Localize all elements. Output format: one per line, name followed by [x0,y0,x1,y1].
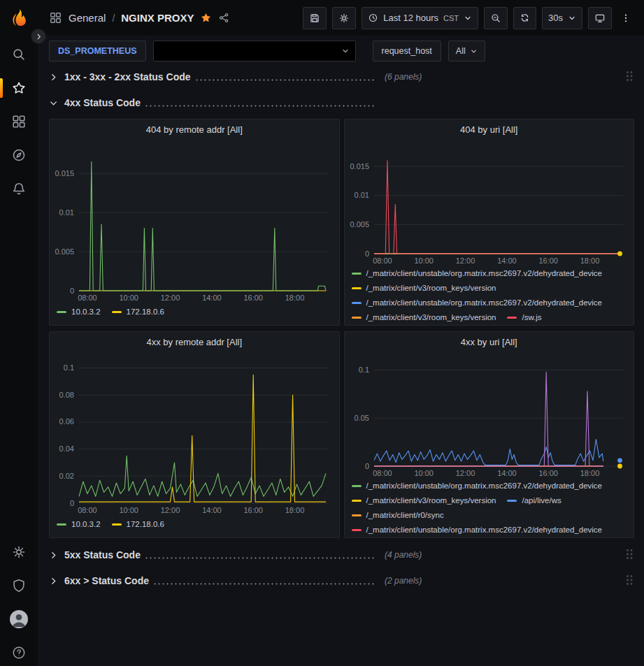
svg-text:14:00: 14:00 [202,294,222,302]
dashboard-content: DS_PROMETHEUS request_host All 1xx - [38,36,644,666]
panel-title[interactable]: 4xx by remote addr [All] [50,332,339,352]
timezone-label: CST [443,14,459,22]
legend-item[interactable]: /_matrix/client/unstable/org.matrix.msc2… [352,266,603,281]
chevron-right-icon [49,551,64,560]
legend-item[interactable]: /_matrix/client/r0/sync [352,508,444,523]
clock-icon [368,13,378,23]
breadcrumb-separator: / [112,13,115,24]
dotted-leader [145,557,376,559]
row-6xx-status-code[interactable]: 6xx > Status Code (2 panels) [49,571,634,591]
shield-icon [11,578,27,593]
panel-legend: /_matrix/client/unstable/org.matrix.msc2… [345,479,634,537]
row-panel-count: (6 panels) [385,72,422,82]
time-range-picker[interactable]: Last 12 hours CST [362,7,478,29]
sidebar-item-dashboards[interactable] [0,105,38,138]
row-drag-handle[interactable] [627,575,634,586]
time-series-chart[interactable]: 00.050.108:0010:0012:0014:0016:0018:00 [345,352,634,479]
legend-item[interactable]: /sw.js [507,310,541,325]
chart-svg[interactable]: 00.0050.010.01508:0010:0012:0014:0016:00… [345,139,634,266]
dashboard-title[interactable]: NGINX PROXY [121,12,194,24]
sidebar-item-profile[interactable] [0,602,38,636]
panel-title[interactable]: 404 by remote addr [All] [50,120,339,139]
sidebar-item-server-admin[interactable] [0,569,38,602]
request-host-variable-select[interactable]: All [448,41,485,61]
legend-series-marker [57,523,66,526]
svg-text:0: 0 [70,499,74,507]
svg-text:0.015: 0.015 [55,169,74,178]
svg-text:12:00: 12:00 [455,256,475,265]
refresh-interval-select[interactable]: 30s [542,7,582,29]
time-series-chart[interactable]: 00.020.040.060.080.108:0010:0012:0014:00… [50,352,339,516]
legend-item[interactable]: 172.18.0.6 [112,305,164,319]
row-4xx-status-code[interactable]: 4xx Status Code [49,93,634,113]
chart-svg[interactable]: 00.020.040.060.080.108:0010:0012:0014:00… [50,352,339,516]
legend-series-label: 172.18.0.6 [127,305,164,319]
legend-series-label: /_matrix/client/r0/sync [366,508,444,523]
legend-item[interactable]: 172.18.0.6 [112,517,164,532]
time-series-chart[interactable]: 00.0050.010.01508:0010:0012:0014:0016:00… [50,139,339,303]
legend-item[interactable]: 10.0.3.2 [57,305,101,319]
sidebar-item-explore[interactable] [0,138,38,172]
svg-text:16:00: 16:00 [538,256,558,265]
sidebar-expand-button[interactable] [31,29,46,44]
legend-series-label: /api/live/ws [522,493,561,508]
save-dashboard-button[interactable] [303,7,327,29]
datasource-variable-label[interactable]: DS_PROMETHEUS [49,41,146,61]
legend-item[interactable]: /_matrix/client/unstable/org.matrix.msc2… [352,523,603,537]
refresh-button[interactable] [513,7,536,29]
request-host-variable-value: All [456,46,466,56]
time-range-label: Last 12 hours [383,13,438,23]
legend-item[interactable]: /_matrix/client/v3/room_keys/version [352,310,496,325]
chart-svg[interactable]: 00.0050.010.01508:0010:0012:0014:0016:00… [50,139,339,303]
svg-text:10:00: 10:00 [119,506,138,514]
chevron-down-icon [470,48,478,55]
legend-series-marker [352,500,362,502]
svg-text:0.015: 0.015 [350,162,369,171]
legend-series-label: /_matrix/client/unstable/org.matrix.msc2… [366,296,603,310]
legend-series-label: /_matrix/client/unstable/org.matrix.msc2… [366,479,603,493]
variables-submenu: DS_PROMETHEUS request_host All [38,36,644,67]
sidebar-item-starred[interactable] [0,71,38,105]
row-drag-handle[interactable] [627,549,634,560]
legend-series-marker [112,523,122,526]
legend-item[interactable]: /_matrix/client/unstable/org.matrix.msc2… [352,296,603,310]
svg-text:10:00: 10:00 [119,294,138,302]
more-options-button[interactable] [617,7,634,29]
legend-item[interactable]: /_matrix/client/v3/room_keys/version [352,281,496,296]
panel-title[interactable]: 4xx by uri [All] [345,332,634,352]
request-host-variable-label[interactable]: request_host [373,41,441,61]
share-icon[interactable] [218,12,230,24]
row-title: 4xx Status Code [64,97,141,108]
legend-series-label: 172.18.0.6 [127,517,164,532]
sidebar-item-help[interactable] [0,636,38,666]
breadcrumb-section[interactable]: General [69,12,106,24]
legend-series-marker [352,529,362,531]
legend-series-label: /_matrix/client/v3/room_keys/version [366,310,496,325]
legend-series-label: /_matrix/client/unstable/org.matrix.msc2… [366,523,603,537]
legend-item[interactable]: /api/live/ws [507,493,561,508]
legend-series-label: /_matrix/client/v3/room_keys/version [366,493,496,508]
gear-icon [338,13,350,24]
panel-title[interactable]: 404 by uri [All] [345,120,634,139]
row-1xx-3xx-2xx-status-code[interactable]: 1xx - 3xx - 2xx Status Code (6 panels) [49,67,634,87]
legend-item[interactable]: /_matrix/client/unstable/org.matrix.msc2… [352,479,603,493]
sidebar-item-configuration[interactable] [0,535,38,569]
favorite-star-icon[interactable] [200,12,212,24]
legend-item[interactable]: 10.0.3.2 [57,517,101,532]
tv-mode-button[interactable] [588,7,612,29]
row-5xx-status-code[interactable]: 5xx Status Code (4 panels) [49,545,634,565]
row-drag-handle[interactable] [627,71,634,82]
svg-text:0.1: 0.1 [358,365,368,374]
sidebar-item-alerting[interactable] [0,172,38,205]
legend-item[interactable]: /_matrix/client/v3/room_keys/version [352,493,496,508]
legend-series-marker [507,500,517,502]
sidebar-item-search[interactable] [0,38,38,71]
legend-series-label: /_matrix/client/v3/room_keys/version [366,281,496,296]
legend-series-marker [352,302,362,304]
host-variable-select[interactable] [153,41,356,61]
zoom-out-button[interactable] [484,7,508,29]
time-series-chart[interactable]: 00.0050.010.01508:0010:0012:0014:0016:00… [345,139,634,266]
chart-svg[interactable]: 00.050.108:0010:0012:0014:0016:0018:00 [345,352,634,479]
dashboard-settings-button[interactable] [332,7,356,29]
svg-text:12:00: 12:00 [455,469,475,477]
